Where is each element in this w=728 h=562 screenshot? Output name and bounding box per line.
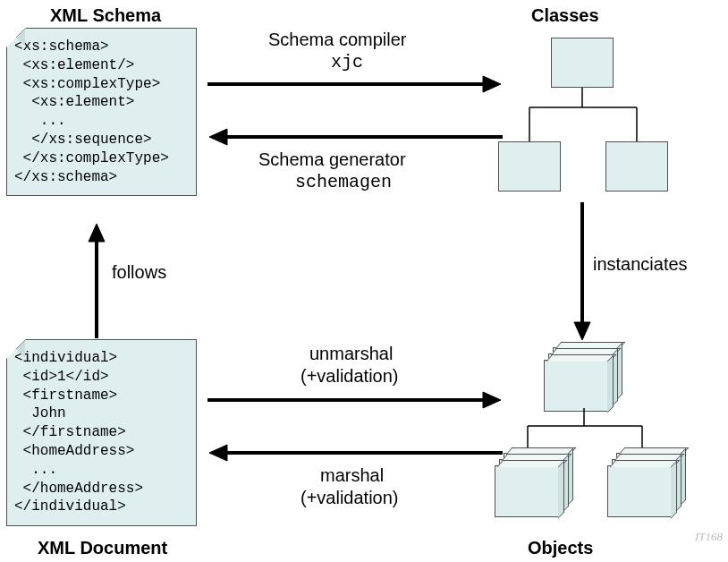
schema-title: XML Schema: [50, 5, 161, 26]
class-box-child-left: [498, 141, 561, 192]
code-line: </xs:complexType>: [14, 149, 187, 168]
label-schemagen: schemagen: [295, 171, 392, 193]
code-line: </individual>: [14, 498, 187, 516]
code-line: <firstname>: [14, 387, 187, 405]
label-xjc: xjc: [331, 51, 363, 73]
code-line: <id>1</id>: [14, 368, 187, 387]
class-hierarchy-lines: [501, 88, 662, 141]
xml-document-box: <individual> <id>1</id> <firstname> John…: [6, 339, 197, 526]
code-line: </firstname>: [14, 423, 187, 442]
code-line: ...: [14, 461, 187, 480]
code-line: </homeAddress>: [14, 480, 187, 498]
code-line: John: [14, 404, 187, 423]
label-follows: follows: [112, 261, 166, 284]
code-line: </xs:sequence>: [14, 131, 187, 149]
svg-marker-7: [574, 322, 590, 340]
label-marshal-sub: (+validation): [301, 487, 399, 509]
document-title: XML Document: [38, 538, 167, 558]
code-line: <individual>: [14, 349, 187, 368]
label-unmarshal-sub: (+validation): [301, 365, 399, 387]
code-line: <xs:schema>: [14, 38, 187, 56]
label-schema-generator: Schema generator: [258, 149, 406, 171]
label-marshal: marshal: [320, 464, 384, 487]
label-instanciates: instanciates: [593, 253, 688, 276]
code-line: <homeAddress>: [14, 442, 187, 461]
objects-title: Objects: [528, 538, 593, 558]
label-unmarshal: unmarshal: [309, 343, 393, 365]
code-line: </xs:schema>: [14, 168, 187, 187]
svg-marker-9: [483, 392, 501, 408]
arrow-instanciates: [572, 202, 592, 340]
classes-title: Classes: [531, 5, 599, 26]
class-box-child-right: [605, 141, 668, 192]
code-line: <xs:element/>: [14, 56, 187, 75]
watermark-text: IT168: [695, 530, 723, 544]
arrow-marshal: [207, 443, 503, 463]
class-box-parent: [551, 38, 614, 88]
arrow-unmarshal: [207, 390, 503, 410]
svg-marker-11: [209, 445, 227, 461]
arrow-follows: [87, 224, 106, 338]
svg-marker-3: [209, 129, 227, 145]
xml-schema-box: <xs:schema> <xs:element/> <xs:complexTyp…: [6, 28, 197, 196]
label-schema-compiler: Schema compiler: [268, 29, 407, 51]
code-line: <xs:complexType>: [14, 75, 187, 94]
arrow-schema-compiler: [207, 74, 503, 94]
svg-marker-5: [89, 224, 105, 242]
code-line: <xs:element>: [14, 93, 187, 112]
code-line: ...: [14, 112, 187, 131]
object-card: [607, 465, 672, 517]
arrow-schema-generator: [207, 127, 503, 147]
svg-marker-1: [483, 76, 501, 92]
object-card: [495, 465, 559, 517]
object-card: [544, 360, 608, 412]
